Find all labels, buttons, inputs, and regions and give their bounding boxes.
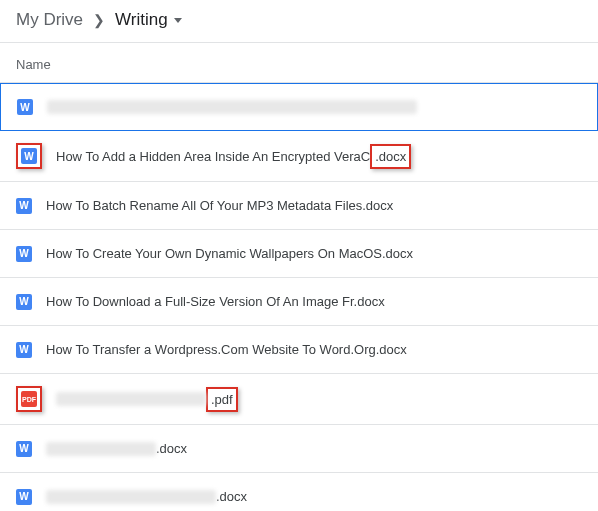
file-name-redacted (47, 100, 417, 114)
docx-file-icon: W (16, 294, 32, 310)
file-name-redacted (56, 392, 206, 406)
file-row[interactable]: PDF.pdf (0, 374, 598, 425)
file-ext: .docx (156, 441, 187, 456)
file-row[interactable]: WHow To Add a Hidden Area Inside An Encr… (0, 131, 598, 182)
docx-file-icon: W (16, 198, 32, 214)
file-name: .docx (46, 441, 187, 456)
annotation-box: .docx (370, 144, 411, 169)
file-name: How To Batch Rename All Of Your MP3 Meta… (46, 198, 393, 213)
annotation-box: .pdf (206, 387, 238, 412)
file-name-redacted (46, 490, 216, 504)
file-row[interactable]: W.docx (0, 473, 598, 511)
docx-file-icon: W (21, 148, 37, 164)
file-row[interactable]: WHow To Batch Rename All Of Your MP3 Met… (0, 182, 598, 230)
annotation-box: W (16, 143, 42, 169)
file-ext: .docx (216, 489, 247, 504)
file-row[interactable]: WHow To Create Your Own Dynamic Wallpape… (0, 230, 598, 278)
pdf-file-icon: PDF (21, 391, 37, 407)
file-list: WWHow To Add a Hidden Area Inside An Enc… (0, 83, 598, 511)
file-row[interactable]: WHow To Transfer a Wordpress.Com Website… (0, 326, 598, 374)
file-name-redacted (46, 442, 156, 456)
file-row[interactable]: W.docx (0, 425, 598, 473)
file-name: How To Transfer a Wordpress.Com Website … (46, 342, 407, 357)
file-name: How To Create Your Own Dynamic Wallpaper… (46, 246, 413, 261)
file-ext: .docx (375, 149, 406, 164)
file-name: .docx (46, 489, 247, 504)
file-name: How To Download a Full-Size Version Of A… (46, 294, 385, 309)
docx-file-icon: W (16, 489, 32, 505)
column-header-name[interactable]: Name (0, 43, 598, 83)
file-row[interactable]: W (0, 83, 598, 131)
breadcrumb-current[interactable]: Writing (115, 10, 182, 30)
docx-file-icon: W (16, 441, 32, 457)
chevron-down-icon[interactable] (174, 18, 182, 23)
chevron-right-icon: ❯ (93, 12, 105, 28)
docx-file-icon: W (16, 342, 32, 358)
file-name: .pdf (56, 387, 238, 412)
breadcrumb-root[interactable]: My Drive (16, 10, 83, 30)
file-row[interactable]: WHow To Download a Full-Size Version Of … (0, 278, 598, 326)
annotation-box: PDF (16, 386, 42, 412)
file-ext: .pdf (211, 392, 233, 407)
docx-file-icon: W (16, 246, 32, 262)
file-name: How To Add a Hidden Area Inside An Encry… (56, 144, 411, 169)
breadcrumb-current-label: Writing (115, 10, 168, 30)
breadcrumb: My Drive ❯ Writing (0, 0, 598, 43)
docx-file-icon: W (17, 99, 33, 115)
